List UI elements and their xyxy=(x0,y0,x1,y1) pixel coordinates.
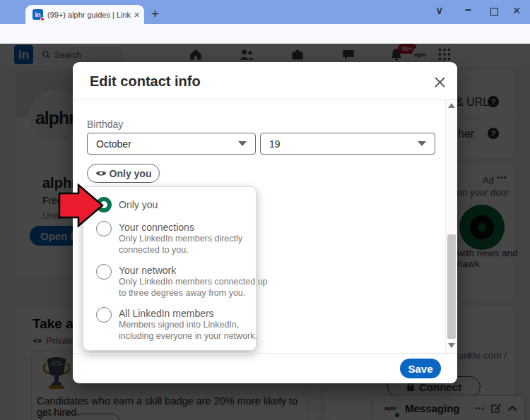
save-button[interactable]: Save xyxy=(400,359,441,378)
divider xyxy=(73,99,457,100)
browser-toolbar: ← → linkedin.com/in/alphr-guides-3245032… xyxy=(0,24,530,44)
window-minimize-button[interactable]: – xyxy=(465,4,471,16)
visibility-chip-button[interactable]: Only you xyxy=(87,164,160,183)
eye-icon xyxy=(95,169,107,177)
birthday-day-select[interactable]: 19 xyxy=(260,133,435,155)
option-only-you[interactable]: Only you xyxy=(96,197,158,212)
close-x-icon xyxy=(434,76,446,88)
browser-tab[interactable]: in (99+) alphr guides | LinkedIn × xyxy=(25,5,144,24)
browser-tab-strip: in (99+) alphr guides | LinkedIn × + ∨ –… xyxy=(0,0,530,24)
tab-title: (99+) alphr guides | LinkedIn xyxy=(47,11,131,19)
screenshot-root: in (99+) alphr guides | LinkedIn × + ∨ –… xyxy=(0,0,530,420)
option-all-linkedin-members[interactable]: All LinkedIn members Members signed into… xyxy=(96,307,269,342)
tab-close-icon[interactable]: × xyxy=(134,8,140,20)
birthday-month-select[interactable]: October xyxy=(87,133,256,155)
window-close-button[interactable]: × xyxy=(513,4,521,18)
option-your-network[interactable]: Your network Only LinkedIn members conne… xyxy=(96,264,269,299)
birthday-label: Birthday xyxy=(87,119,123,130)
scroll-down-icon[interactable] xyxy=(448,343,455,348)
option-your-connections[interactable]: Your connections Only LinkedIn members d… xyxy=(96,221,269,256)
window-chevron-icon[interactable]: ∨ xyxy=(435,4,444,17)
visibility-options-panel: Only you Your connections Only LinkedIn … xyxy=(83,186,257,351)
radio-icon[interactable] xyxy=(96,264,112,280)
chevron-down-icon xyxy=(418,141,426,146)
divider xyxy=(73,353,457,354)
annotation-arrow-right xyxy=(58,184,105,229)
modal-title: Edit contact info xyxy=(90,73,201,90)
new-tab-button[interactable]: + xyxy=(151,6,159,22)
notification-dot xyxy=(40,17,45,21)
radio-icon[interactable] xyxy=(96,307,112,323)
modal-scrollbar-thumb[interactable] xyxy=(447,234,456,339)
chevron-down-icon xyxy=(238,141,247,146)
scroll-up-icon[interactable] xyxy=(448,103,455,108)
linkedin-favicon: in xyxy=(33,9,43,20)
edit-contact-info-modal: Edit contact info Birthday October 19 On… xyxy=(73,62,457,383)
modal-close-button[interactable] xyxy=(430,72,449,92)
window-maximize-button[interactable] xyxy=(490,8,498,16)
